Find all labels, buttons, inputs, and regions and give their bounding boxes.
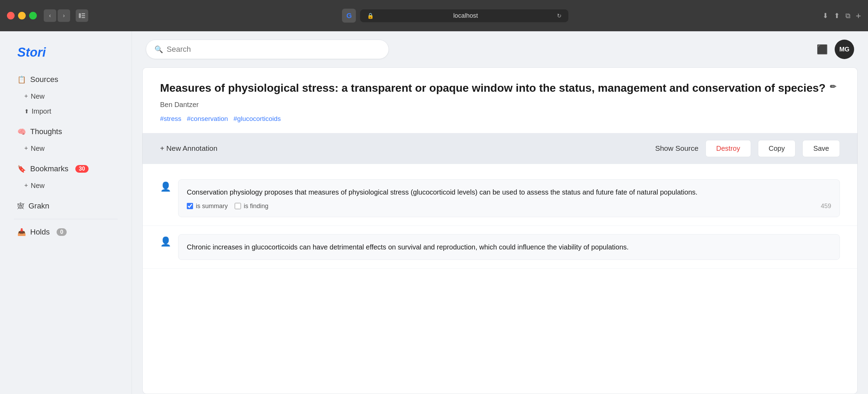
import-icon: ⬆	[24, 108, 29, 115]
film-icon[interactable]: ⬛	[817, 44, 828, 55]
thoughts-section: 🧠 Thoughts + New	[0, 122, 132, 156]
svg-rect-0	[79, 13, 81, 18]
fullscreen-button[interactable]	[29, 12, 37, 19]
save-button[interactable]: Save	[802, 140, 840, 157]
reload-icon[interactable]: ↻	[557, 13, 561, 19]
annotation-avatar-icon-2: 👤	[160, 236, 171, 247]
avatar[interactable]: MG	[835, 40, 854, 59]
browser-chrome: ‹ › G 🔒 localhost ↻ ⬇ ⬆ ⧉ +	[0, 0, 868, 31]
annotations-container: 👤 Conservation physiology proposes that …	[142, 164, 858, 394]
show-source-button[interactable]: Show Source	[655, 144, 699, 153]
annotation-text: Conservation physiology proposes that me…	[187, 187, 831, 198]
sidebar-toggle-button[interactable]	[76, 9, 88, 22]
header-actions: ⬛ MG	[817, 40, 854, 59]
sidebar-divider	[14, 219, 118, 219]
bookmarks-icon: 🔖	[17, 165, 26, 173]
article-card: Measures of physiological stress: a tran…	[142, 67, 858, 133]
traffic-lights	[7, 12, 37, 19]
annotation-item: 👤 Chronic increases in glucocorticoids c…	[143, 226, 857, 269]
new-annotation-button[interactable]: + New Annotation	[160, 144, 217, 153]
sources-icon: 📋	[17, 75, 26, 84]
holds-icon: 📥	[17, 228, 26, 236]
grakn-label: Grakn	[28, 202, 49, 211]
sources-import-label: Import	[32, 107, 51, 115]
url-bar[interactable]: 🔒 localhost ↻	[360, 9, 568, 22]
search-bar[interactable]: 🔍	[146, 40, 389, 59]
is-finding-checkbox[interactable]	[235, 203, 241, 209]
url-bar-area: G 🔒 localhost ↻	[92, 9, 818, 23]
thoughts-label: Thoughts	[30, 127, 62, 136]
grakn-section: 🕸 Grakn	[0, 197, 132, 215]
tab-favicon: G	[342, 9, 356, 23]
bookmarks-new-label: New	[31, 182, 45, 190]
holds-badge: 0	[57, 228, 67, 236]
duplicate-icon[interactable]: ⧉	[845, 12, 850, 20]
is-summary-label[interactable]: is summary	[187, 203, 228, 210]
main-content: 🔍 ⬛ MG Measures of physiological stress:…	[132, 31, 868, 394]
annotation-item: 👤 Conservation physiology proposes that …	[143, 171, 857, 226]
article-tags: #stress #conservation #glucocorticoids	[160, 115, 840, 123]
is-finding-text: is finding	[244, 203, 268, 210]
app-header: 🔍 ⬛ MG	[132, 31, 868, 67]
plus-icon-bookmarks: +	[24, 182, 28, 189]
search-icon: 🔍	[155, 45, 163, 54]
svg-rect-3	[82, 17, 85, 18]
bookmarks-badge: 30	[75, 165, 89, 173]
nav-buttons: ‹ ›	[44, 9, 70, 22]
back-button[interactable]: ‹	[44, 9, 56, 22]
article-author: Ben Dantzer	[160, 101, 840, 109]
annotation-text-2: Chronic increases in glucocorticoids can…	[187, 241, 831, 253]
holds-section: 📥 Holds 0	[0, 223, 132, 241]
svg-rect-2	[82, 15, 85, 16]
thoughts-new-item[interactable]: + New	[0, 141, 132, 156]
app-container: Stori 📋 Sources + New ⬆ Import 🧠 Thought…	[0, 31, 868, 394]
download-icon[interactable]: ⬇	[823, 11, 828, 20]
annotation-avatar-icon: 👤	[160, 181, 171, 192]
sidebar-item-holds[interactable]: 📥 Holds 0	[0, 223, 132, 241]
holds-label: Holds	[30, 228, 50, 237]
sources-new-label: New	[31, 92, 45, 100]
bookmarks-label: Bookmarks	[30, 164, 68, 173]
char-count: 459	[821, 203, 831, 210]
annotation-card-2: Chronic increases in glucocorticoids can…	[178, 234, 840, 260]
sources-label: Sources	[30, 75, 58, 84]
svg-rect-1	[82, 13, 85, 14]
tag-glucocorticoids[interactable]: #glucocorticoids	[234, 115, 281, 123]
plus-icon-thoughts: +	[24, 145, 28, 152]
copy-button[interactable]: Copy	[758, 140, 796, 157]
app-logo: Stori	[0, 42, 132, 70]
sources-import-item[interactable]: ⬆ Import	[0, 104, 132, 119]
add-tab-icon[interactable]: +	[856, 10, 861, 21]
grakn-icon: 🕸	[17, 202, 24, 210]
sources-new-item[interactable]: + New	[0, 89, 132, 104]
bookmarks-section: 🔖 Bookmarks 30 + New	[0, 159, 132, 193]
close-button[interactable]	[7, 12, 15, 19]
sidebar-item-sources[interactable]: 📋 Sources	[0, 70, 132, 89]
bookmarks-new-item[interactable]: + New	[0, 178, 132, 193]
destroy-button[interactable]: Destroy	[706, 140, 751, 157]
plus-icon: +	[24, 93, 28, 100]
share-icon[interactable]: ⬆	[834, 11, 840, 20]
action-bar: + New Annotation Show Source Destroy Cop…	[142, 133, 858, 164]
thoughts-new-label: New	[31, 145, 45, 153]
is-finding-label[interactable]: is finding	[235, 203, 268, 210]
article-title-text: Measures of physiological stress: a tran…	[160, 80, 826, 96]
search-input[interactable]	[167, 45, 380, 54]
is-summary-text: is summary	[196, 203, 228, 210]
tag-stress[interactable]: #stress	[160, 115, 181, 123]
annotation-card: Conservation physiology proposes that me…	[178, 179, 840, 217]
annotation-meta: is summary is finding 459	[187, 203, 831, 210]
forward-button[interactable]: ›	[58, 9, 70, 22]
url-text: localhost	[377, 12, 554, 19]
is-summary-checkbox[interactable]	[187, 203, 193, 209]
edit-icon[interactable]: ✏	[830, 82, 836, 92]
thoughts-icon: 🧠	[17, 128, 26, 136]
sidebar-item-grakn[interactable]: 🕸 Grakn	[0, 197, 132, 215]
minimize-button[interactable]	[18, 12, 26, 19]
sidebar-item-thoughts[interactable]: 🧠 Thoughts	[0, 122, 132, 141]
sidebar: Stori 📋 Sources + New ⬆ Import 🧠 Thought…	[0, 31, 132, 394]
browser-actions: ⬇ ⬆ ⧉ +	[823, 10, 861, 21]
tag-conservation[interactable]: #conservation	[187, 115, 228, 123]
article-title-container: Measures of physiological stress: a tran…	[160, 80, 840, 96]
sidebar-item-bookmarks[interactable]: 🔖 Bookmarks 30	[0, 159, 132, 178]
